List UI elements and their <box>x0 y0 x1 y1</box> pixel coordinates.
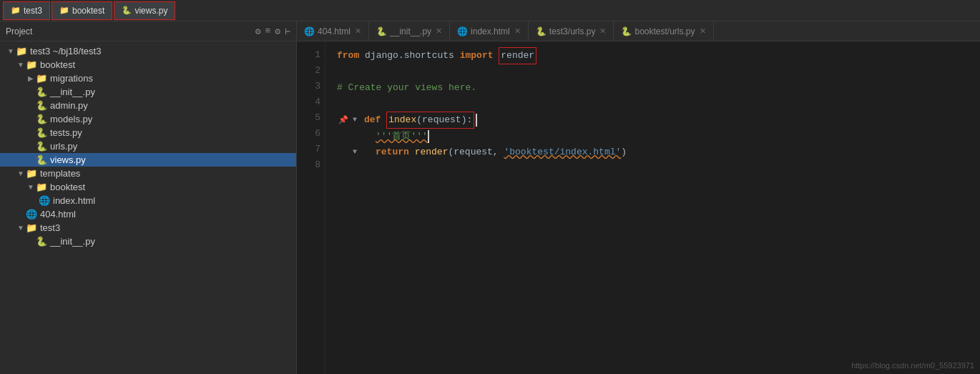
sidebar-label-test3-inner: test3 <box>40 222 60 233</box>
keyword-import: import <box>460 48 494 64</box>
sidebar-label-init-py-2: __init__.py <box>50 236 95 247</box>
editor-tabs: 🌐 404.html ✕ 🐍 __init__.py ✕ 🌐 index.htm… <box>297 21 980 41</box>
title-tab-views-py[interactable]: 🐍 views.py <box>114 1 175 20</box>
sidebar-label-migrations: migrations <box>50 73 93 84</box>
sidebar-label-views-py: views.py <box>50 154 86 165</box>
python-icon-tab-init: 🐍 <box>376 26 387 36</box>
expand-arrow-test3-inner: ▼ <box>16 224 26 232</box>
editor-tab-index-html[interactable]: 🌐 index.html ✕ <box>450 21 529 41</box>
editor-tab-init-py[interactable]: 🐍 __init__.py ✕ <box>369 21 450 41</box>
def-params: (request): <box>416 114 472 125</box>
title-tab-test3[interactable]: 📁 test3 <box>3 1 50 20</box>
sidebar-item-index-html[interactable]: 🌐 index.html <box>0 194 296 207</box>
expand-arrow-booktest: ▼ <box>16 61 26 69</box>
layout-icon[interactable]: ⊢ <box>285 26 290 37</box>
gear-icon[interactable]: ⚙ <box>275 26 280 37</box>
line-num-1: 1 <box>297 47 320 63</box>
close-icon-test3-urls[interactable]: ✕ <box>599 26 606 36</box>
html-icon-tab-index: 🌐 <box>457 26 468 36</box>
function-index: index <box>388 114 416 125</box>
python-icon-views: 🐍 <box>36 154 47 165</box>
sidebar-label-booktest-inner: booktest <box>50 182 85 192</box>
code-line-4 <box>337 96 980 112</box>
line-num-8: 8 <box>297 157 320 173</box>
keyword-return: return <box>376 144 409 160</box>
docstring-text: '''首页''' <box>376 129 428 144</box>
settings-icon[interactable]: ⚙ <box>255 26 261 37</box>
sidebar-item-init-py-2[interactable]: 🐍 __init__.py <box>0 235 296 248</box>
fold-icon-return[interactable]: ▼ <box>353 144 363 160</box>
text-cursor <box>476 114 477 127</box>
sidebar-item-booktest-inner[interactable]: ▼ 📁 booktest <box>0 180 296 194</box>
sidebar-item-migrations[interactable]: ▶ 📁 migrations <box>0 72 296 85</box>
sidebar-item-test3-root[interactable]: ▼ 📁 test3 ~/bj18/test3 <box>0 44 296 58</box>
python-icon-admin: 🐍 <box>36 100 47 111</box>
sidebar-header-icons: ⚙ ≡ ⚙ ⊢ <box>255 26 290 37</box>
folder-icon-booktest: 📁 <box>26 59 37 70</box>
folder-icon-booktest-inner: 📁 <box>36 182 47 192</box>
expand-arrow-migrations: ▶ <box>26 74 36 82</box>
title-tab-test3-label: test3 <box>24 6 42 16</box>
editor-tab-label-booktest-urls: booktest/urls.py <box>634 26 695 36</box>
sidebar-label-admin-py: admin.py <box>50 100 88 111</box>
sidebar-item-404-html[interactable]: 🌐 404.html <box>0 207 296 221</box>
folder-icon-2: 📁 <box>59 6 69 15</box>
render-close-paren: ) <box>621 144 627 160</box>
code-line-7: ▼ return render(request, 'booktest/index… <box>337 144 980 160</box>
python-icon-tab-booktesturls: 🐍 <box>621 26 632 36</box>
title-bar: 📁 test3 📁 booktest 🐍 views.py <box>0 0 980 21</box>
close-icon-index[interactable]: ✕ <box>514 26 521 36</box>
line-num-6: 6 <box>297 126 320 142</box>
code-line-1: from django.shortcuts import render <box>337 47 980 64</box>
sidebar-item-init-py-1[interactable]: 🐍 __init__.py <box>0 85 296 99</box>
editor-tab-booktest-urls[interactable]: 🐍 booktest/urls.py ✕ <box>614 21 713 41</box>
python-icon-models: 🐍 <box>36 114 47 124</box>
code-content[interactable]: from django.shortcuts import render # Cr… <box>325 41 980 374</box>
expand-arrow-templates: ▼ <box>16 169 26 177</box>
close-icon-init[interactable]: ✕ <box>436 26 442 36</box>
sidebar-label-booktest: booktest <box>40 59 75 70</box>
watermark: https://blog.csdn.net/m0_55923971 <box>851 361 974 370</box>
sidebar-label-test3-root: test3 ~/bj18/test3 <box>30 46 101 56</box>
sidebar-item-views-py[interactable]: 🐍 views.py <box>0 153 296 167</box>
sidebar-item-tests-py[interactable]: 🐍 tests.py <box>0 126 296 139</box>
fold-icon-def[interactable]: ▼ <box>353 112 363 128</box>
python-icon-title: 🐍 <box>122 6 132 15</box>
close-icon-booktest-urls[interactable]: ✕ <box>700 26 706 36</box>
code-area[interactable]: 1 2 3 4 5 6 7 8 from django.shortcuts im… <box>297 41 980 374</box>
sidebar-item-test3-inner[interactable]: ▼ 📁 test3 <box>0 221 296 235</box>
editor-tab-404-html[interactable]: 🌐 404.html ✕ <box>297 21 369 41</box>
editor-tab-label-404: 404.html <box>318 26 351 36</box>
python-icon-tests: 🐍 <box>36 127 47 138</box>
sidebar-item-templates[interactable]: ▼ 📁 templates <box>0 167 296 180</box>
python-icon-init1: 🐍 <box>36 87 47 97</box>
def-index-highlight: index(request): <box>386 112 474 129</box>
editor-tab-label-test3-urls: test3/urls.py <box>549 26 596 36</box>
code-line-5: 📌 ▼ def index(request): <box>337 112 980 129</box>
sidebar-label-init-py-1: __init__.py <box>50 87 95 97</box>
line-num-2: 2 <box>297 63 320 79</box>
func-render: render <box>501 50 534 61</box>
folder-icon-templates: 📁 <box>26 168 37 179</box>
line-num-5: 5 <box>297 110 320 126</box>
sidebar-item-urls-py[interactable]: 🐍 urls.py <box>0 139 296 153</box>
sidebar-title: Project <box>6 26 32 36</box>
sidebar: Project ⚙ ≡ ⚙ ⊢ ▼ 📁 test3 ~/bj18/test3 ▼… <box>0 21 297 374</box>
comment-create: # Create your views here. <box>337 80 476 96</box>
close-icon-404[interactable]: ✕ <box>355 26 361 36</box>
editor-tab-label-index: index.html <box>471 26 510 36</box>
sidebar-item-models-py[interactable]: 🐍 models.py <box>0 112 296 126</box>
menu-icon[interactable]: ≡ <box>265 26 271 37</box>
editor-tab-label-init: __init__.py <box>390 26 431 36</box>
keyword-from: from <box>337 48 359 64</box>
code-line-3: # Create your views here. <box>337 80 980 96</box>
line-numbers: 1 2 3 4 5 6 7 8 <box>297 41 325 374</box>
sidebar-tree: ▼ 📁 test3 ~/bj18/test3 ▼ 📁 booktest ▶ 📁 … <box>0 41 296 374</box>
title-tab-booktest[interactable]: 📁 booktest <box>52 1 112 20</box>
sidebar-label-index-html: index.html <box>53 195 95 206</box>
keyword-def: def <box>364 112 381 128</box>
sidebar-item-booktest[interactable]: ▼ 📁 booktest <box>0 58 296 72</box>
editor-tab-test3-urls[interactable]: 🐍 test3/urls.py ✕ <box>529 21 614 41</box>
sidebar-item-admin-py[interactable]: 🐍 admin.py <box>0 99 296 112</box>
func-render-call: render <box>415 144 449 160</box>
